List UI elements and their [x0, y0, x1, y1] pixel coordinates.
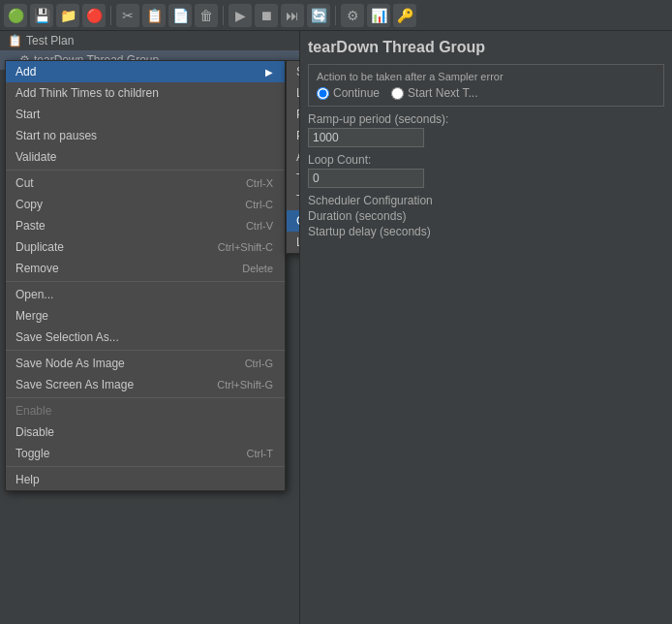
continue-radio[interactable] [317, 87, 329, 100]
continue-label: Continue [333, 86, 380, 100]
sampler-error-section: Action to be taken after a Sampler error… [308, 64, 664, 107]
startup-delay-text: Startup delay (seconds) [308, 225, 431, 238]
toolbar-icon-cut[interactable]: ✂ [116, 4, 139, 27]
main-layout: 📋 Test Plan ⚙ tearDown Thread Group 🌐 HT… [0, 31, 672, 624]
menu-open-label: Open... [15, 288, 53, 301]
menu-help-label: Help [15, 473, 40, 486]
menu-item-enable[interactable]: Enable [6, 400, 285, 421]
toolbar-icon-play[interactable]: ▶ [229, 4, 252, 27]
toolbar-icon-save[interactable]: 💾 [30, 4, 53, 27]
menu-item-start-no-pauses[interactable]: Start no pauses [6, 125, 285, 146]
submenu-item-assertions[interactable]: Assertions ▶ [287, 146, 300, 168]
submenu-item-logic[interactable]: Logic Controller ▶ [287, 82, 300, 104]
ramp-up-text: Ramp-up period (seconds): [308, 112, 448, 126]
menu-remove-label: Remove [15, 262, 59, 275]
menu-item-disable[interactable]: Disable [6, 421, 285, 443]
toolbar-icon-run[interactable]: 🟢 [4, 4, 27, 27]
menu-item-toggle[interactable]: Toggle Ctrl-T [6, 443, 285, 464]
toolbar-icon-copy[interactable]: 📋 [142, 4, 166, 27]
menu-item-start[interactable]: Start [6, 104, 285, 125]
toolbar-icon-refresh[interactable]: 🔄 [307, 4, 330, 27]
menu-add-arrow: ▶ [265, 67, 273, 78]
menu-duplicate-label: Duplicate [15, 240, 64, 254]
menu-item-paste[interactable]: Paste Ctrl-V [6, 215, 285, 236]
submenu-item-fragment[interactable]: Test Fragment ▶ [287, 189, 300, 210]
add-submenu: Sampler ▶ Logic Controller ▶ Pre Process… [286, 60, 300, 254]
loop-count-label-text: Loop Count: [308, 153, 664, 167]
start-next-option[interactable]: Start Next T... [391, 86, 477, 100]
test-plan-label: Test Plan [26, 34, 74, 47]
toolbar-icon-delete[interactable]: 🗑 [195, 4, 218, 27]
menu-item-duplicate[interactable]: Duplicate Ctrl+Shift-C [6, 236, 285, 258]
panel-title: tearDown Thread Group [308, 39, 664, 56]
submenu-item-post-processors[interactable]: Post Processors ▶ [287, 125, 300, 146]
toolbar-icon-settings[interactable]: ⚙ [341, 4, 364, 27]
tree-item-test-plan[interactable]: 📋 Test Plan [0, 31, 299, 50]
menu-copy-shortcut: Ctrl-C [245, 199, 273, 210]
menu-copy-label: Copy [15, 198, 43, 211]
loop-count-input[interactable] [308, 169, 424, 188]
menu-save-screen-label: Save Screen As Image [15, 378, 134, 391]
menu-save-selection-label: Save Selection As... [15, 330, 119, 344]
menu-sep-4 [6, 397, 285, 398]
submenu-item-pre-processors[interactable]: Pre Processors ▶ [287, 104, 300, 125]
scheduler-label-text: Scheduler Configuration [308, 194, 664, 207]
toolbar-icon-key[interactable]: 🔑 [393, 4, 416, 27]
sampler-error-options: Continue Start Next T... [317, 86, 656, 100]
menu-item-add[interactable]: Add ▶ [6, 61, 285, 82]
menu-sep-3 [6, 350, 285, 351]
menu-save-node-shortcut: Ctrl-G [245, 358, 273, 369]
sampler-error-label: Action to be taken after a Sampler error [317, 71, 656, 82]
toolbar-icon-next[interactable]: ⏭ [281, 4, 304, 27]
submenu-item-config[interactable]: Config Element ▶ [287, 210, 300, 232]
menu-paste-label: Paste [15, 219, 46, 233]
context-menu-container: Add ▶ Add Think Times to children Start … [5, 60, 286, 491]
duration-text: Duration (seconds) [308, 209, 406, 223]
menu-enable-label: Enable [15, 404, 51, 418]
menu-merge-label: Merge [15, 309, 48, 323]
menu-add-label: Add [15, 65, 36, 78]
menu-think-label: Add Think Times to children [15, 86, 159, 100]
continue-option[interactable]: Continue [317, 86, 380, 100]
toolbar-icon-stop[interactable]: 🔴 [82, 4, 106, 27]
toolbar-icon-stop2[interactable]: ⏹ [255, 4, 278, 27]
menu-remove-shortcut: Delete [242, 263, 273, 274]
toolbar-sep-1 [110, 6, 111, 25]
toolbar: 🟢 💾 📁 🔴 ✂ 📋 📄 🗑 ▶ ⏹ ⏭ 🔄 ⚙ 📊 🔑 [0, 0, 672, 31]
menu-disable-label: Disable [15, 425, 54, 439]
menu-item-validate[interactable]: Validate [6, 146, 285, 168]
thread-properties-section: Ramp-up period (seconds): Loop Count: [308, 112, 664, 188]
toolbar-icon-open[interactable]: 📁 [56, 4, 79, 27]
loop-count-row [308, 169, 664, 188]
start-next-label: Start Next T... [408, 86, 477, 100]
toolbar-icon-paste[interactable]: 📄 [168, 4, 192, 27]
toolbar-icon-chart[interactable]: 📊 [367, 4, 390, 27]
menu-save-node-label: Save Node As Image [15, 357, 125, 370]
menu-item-cut[interactable]: Cut Ctrl-X [6, 172, 285, 194]
submenu-item-listener[interactable]: Listener ▶ [287, 232, 300, 253]
submenu-item-sampler[interactable]: Sampler ▶ [287, 61, 300, 82]
menu-item-remove[interactable]: Remove Delete [6, 258, 285, 279]
menu-sep-1 [6, 170, 285, 171]
toolbar-sep-2 [223, 6, 224, 25]
menu-item-save-selection[interactable]: Save Selection As... [6, 327, 285, 348]
menu-item-merge[interactable]: Merge [6, 305, 285, 327]
menu-item-save-node[interactable]: Save Node As Image Ctrl-G [6, 353, 285, 374]
scheduler-section: Scheduler Configuration Duration (second… [308, 194, 664, 238]
left-panel: 📋 Test Plan ⚙ tearDown Thread Group 🌐 HT… [0, 31, 300, 624]
menu-toggle-label: Toggle [15, 447, 49, 460]
menu-duplicate-shortcut: Ctrl+Shift-C [218, 241, 273, 253]
menu-item-think-times[interactable]: Add Think Times to children [6, 82, 285, 104]
submenu-item-timer[interactable]: Timer ▶ [287, 168, 300, 189]
menu-item-open[interactable]: Open... [6, 284, 285, 305]
menu-validate-label: Validate [15, 150, 56, 164]
menu-start-label: Start [15, 108, 40, 121]
menu-item-copy[interactable]: Copy Ctrl-C [6, 194, 285, 215]
ramp-up-input[interactable] [308, 128, 424, 147]
menu-sep-2 [6, 281, 285, 282]
menu-sep-5 [6, 466, 285, 467]
context-menu: Add ▶ Add Think Times to children Start … [5, 60, 286, 491]
menu-item-help[interactable]: Help [6, 469, 285, 490]
menu-item-save-screen[interactable]: Save Screen As Image Ctrl+Shift-G [6, 374, 285, 395]
start-next-radio[interactable] [391, 87, 404, 100]
